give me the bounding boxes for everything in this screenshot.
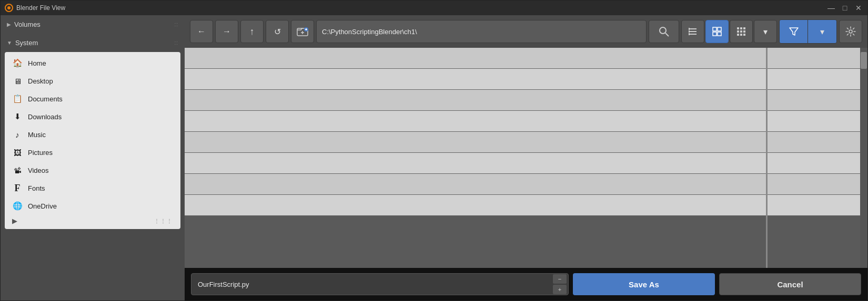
svg-rect-23 xyxy=(737,30,739,33)
svg-rect-21 xyxy=(740,27,742,29)
desktop-icon: 🖥 xyxy=(12,76,23,86)
cancel-button[interactable]: Cancel xyxy=(719,273,861,295)
sidebar-item-downloads-label: Downloads xyxy=(28,113,62,121)
titlebar: Blender File View — □ ✕ xyxy=(1,1,867,15)
system-label: System xyxy=(15,39,38,47)
view-grid-button[interactable] xyxy=(705,20,729,43)
file-row xyxy=(185,90,867,111)
volumes-header-left: ▶ Volumes xyxy=(7,20,41,28)
svg-rect-16 xyxy=(713,27,716,31)
downloads-icon: ⬇ xyxy=(12,111,23,122)
close-button[interactable]: ✕ xyxy=(854,3,863,13)
sidebar: ▶ Volumes :: ▼ System :: xyxy=(1,15,185,300)
svg-rect-25 xyxy=(743,30,745,33)
expand-icon: ▶ xyxy=(12,217,17,225)
file-row xyxy=(185,153,867,174)
path-input-container xyxy=(316,20,647,43)
sidebar-item-documents[interactable]: 📋 Documents xyxy=(5,90,180,108)
svg-point-1 xyxy=(7,6,11,9)
minimize-button[interactable]: — xyxy=(826,3,836,13)
new-folder-button[interactable] xyxy=(291,20,314,43)
sidebar-item-onedrive-label: OneDrive xyxy=(28,202,57,210)
stepper-plus-button[interactable]: + xyxy=(553,285,567,294)
scrollbar-track[interactable] xyxy=(860,48,867,268)
refresh-button[interactable]: ↺ xyxy=(266,20,289,43)
view-list-button[interactable] xyxy=(681,20,704,43)
file-row xyxy=(185,69,867,90)
sidebar-item-fonts-label: Fonts xyxy=(28,184,45,192)
sidebar-item-videos[interactable]: 📽 Videos xyxy=(5,161,180,179)
view-more-dropdown[interactable]: ▾ xyxy=(754,20,777,43)
svg-rect-17 xyxy=(718,27,721,31)
view-icons-button[interactable] xyxy=(730,20,753,43)
videos-icon: 📽 xyxy=(12,165,23,175)
system-chevron-icon: ▼ xyxy=(7,40,12,46)
sidebar-item-fonts[interactable]: F Fonts xyxy=(5,179,180,197)
svg-line-9 xyxy=(665,33,669,36)
filter-button[interactable] xyxy=(780,20,808,43)
volumes-drag-handle: :: xyxy=(174,22,178,27)
system-header-left: ▼ System xyxy=(7,39,38,47)
svg-rect-20 xyxy=(737,27,739,29)
app-window: Blender File View — □ ✕ ▶ Volumes :: xyxy=(0,0,868,301)
svg-rect-24 xyxy=(740,30,742,33)
view-toggle-group: ▾ xyxy=(681,20,777,43)
file-row xyxy=(185,111,867,132)
pictures-icon: 🖼 xyxy=(12,147,23,158)
sidebar-item-music[interactable]: ♪ Music xyxy=(5,126,180,143)
svg-marker-29 xyxy=(790,28,798,35)
scrollbar-thumb[interactable] xyxy=(861,52,867,69)
sidebar-item-downloads[interactable]: ⬇ Downloads xyxy=(5,108,180,126)
column-divider xyxy=(766,48,768,268)
documents-icon: 📋 xyxy=(12,94,23,104)
titlebar-controls: — □ ✕ xyxy=(826,3,863,13)
svg-point-8 xyxy=(660,27,666,34)
settings-button[interactable] xyxy=(839,20,862,43)
system-drag-handle: :: xyxy=(174,40,178,46)
sidebar-item-onedrive[interactable]: 🌐 OneDrive xyxy=(5,197,180,215)
save-as-button[interactable]: Save As xyxy=(573,273,715,295)
svg-rect-28 xyxy=(743,34,745,36)
sidebar-panel: 🏠 Home 🖥 Desktop 📋 Documents ⬇ Downloads xyxy=(5,52,180,229)
fonts-icon: F xyxy=(12,183,23,193)
sidebar-item-home[interactable]: 🏠 Home xyxy=(5,54,180,72)
drag-dots: ⋮⋮⋮ xyxy=(154,218,173,224)
search-button[interactable] xyxy=(649,20,679,43)
sidebar-item-videos-label: Videos xyxy=(28,167,49,174)
sidebar-item-pictures[interactable]: 🖼 Pictures xyxy=(5,143,180,161)
file-row xyxy=(185,132,867,153)
sidebar-item-music-label: Music xyxy=(28,131,46,139)
file-row xyxy=(185,195,867,216)
svg-rect-19 xyxy=(718,32,721,36)
sidebar-item-desktop[interactable]: 🖥 Desktop xyxy=(5,72,180,90)
bottom-bar: − + Save As Cancel xyxy=(185,268,867,300)
svg-rect-27 xyxy=(740,34,742,36)
volumes-header[interactable]: ▶ Volumes :: xyxy=(1,17,185,32)
svg-rect-18 xyxy=(713,32,716,36)
volumes-chevron-icon: ▶ xyxy=(7,22,11,27)
back-button[interactable]: ← xyxy=(190,20,213,43)
file-row xyxy=(185,174,867,195)
file-list[interactable] xyxy=(185,48,867,268)
stepper-minus-button[interactable]: − xyxy=(553,274,567,284)
volumes-section: ▶ Volumes :: xyxy=(1,15,185,34)
svg-rect-26 xyxy=(737,34,739,36)
maximize-button[interactable]: □ xyxy=(840,3,850,13)
window-title: Blender File View xyxy=(16,4,65,12)
blender-logo-icon xyxy=(5,4,13,12)
sidebar-more[interactable]: ▶ ⋮⋮⋮ xyxy=(5,215,180,227)
toolbar: ← → ↑ ↺ xyxy=(185,15,867,48)
filter-dropdown-button[interactable]: ▾ xyxy=(808,20,836,43)
system-header[interactable]: ▼ System :: xyxy=(1,36,185,50)
filename-input-wrapper: − + xyxy=(191,273,569,295)
svg-point-30 xyxy=(849,30,852,33)
music-icon: ♪ xyxy=(12,129,23,140)
up-button[interactable]: ↑ xyxy=(240,20,264,43)
volumes-label: Volumes xyxy=(14,20,41,28)
stepper-buttons: − + xyxy=(553,274,567,294)
sidebar-item-pictures-label: Pictures xyxy=(28,149,53,157)
path-input[interactable] xyxy=(316,20,647,43)
filename-input[interactable] xyxy=(191,273,569,295)
home-icon: 🏠 xyxy=(12,58,23,68)
forward-button[interactable]: → xyxy=(215,20,238,43)
